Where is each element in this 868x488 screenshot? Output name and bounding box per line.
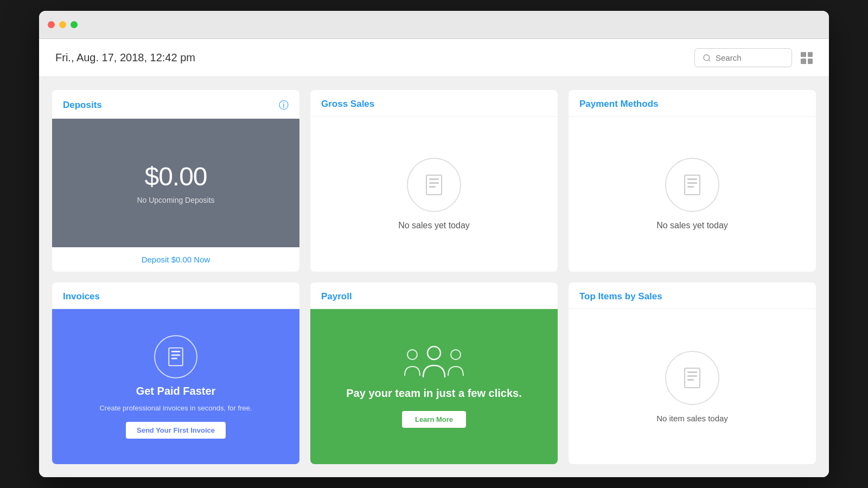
- svg-rect-6: [685, 175, 700, 195]
- payroll-team-icon: [401, 346, 467, 378]
- svg-rect-10: [169, 348, 182, 365]
- payroll-banner: Pay your team in just a few clicks. Lear…: [310, 309, 558, 464]
- svg-rect-19: [687, 375, 697, 377]
- search-input[interactable]: [716, 53, 784, 62]
- payroll-title: Payroll: [321, 291, 352, 301]
- svg-rect-18: [687, 371, 697, 373]
- gross-sales-empty-circle: [407, 158, 461, 212]
- top-items-header: Top Items by Sales: [569, 282, 816, 309]
- gross-sales-header: Gross Sales: [310, 90, 558, 117]
- search-box[interactable]: [694, 48, 792, 67]
- invoices-card: Invoices Get Paid Faster Create professi…: [52, 282, 299, 464]
- top-items-empty-text: No item sales today: [656, 414, 728, 423]
- payment-methods-header: Payment Methods: [569, 90, 816, 117]
- payment-methods-title: Payment Methods: [579, 99, 658, 109]
- svg-rect-17: [685, 368, 700, 388]
- payroll-banner-title: Pay your team in just a few clicks.: [346, 386, 521, 400]
- payment-methods-empty-state: No sales yet today: [569, 117, 816, 272]
- svg-rect-9: [687, 186, 694, 188]
- svg-point-14: [407, 350, 417, 359]
- document-icon: [680, 173, 704, 197]
- payment-methods-empty-circle: [665, 158, 719, 212]
- gross-sales-empty-state: No sales yet today: [310, 117, 558, 272]
- svg-rect-4: [429, 182, 439, 184]
- deposit-amount: $0.00: [144, 162, 207, 191]
- send-first-invoice-button[interactable]: Send Your First Invoice: [126, 422, 226, 439]
- invoices-title: Invoices: [63, 291, 100, 301]
- svg-point-0: [704, 55, 710, 61]
- gross-sales-empty-text: No sales yet today: [398, 221, 470, 230]
- info-icon[interactable]: ⓘ: [279, 99, 289, 112]
- invoices-banner-subtitle: Create professional invoices in seconds,…: [99, 404, 252, 412]
- grid-cell: [801, 59, 806, 64]
- titlebar: [39, 11, 829, 39]
- deposits-card-header: Deposits ⓘ: [52, 90, 299, 119]
- svg-rect-5: [429, 186, 436, 188]
- deposits-card: Deposits ⓘ $0.00 No Upcoming Deposits De…: [52, 90, 299, 272]
- top-bar-right: [694, 48, 813, 67]
- minimize-button[interactable]: [59, 21, 66, 28]
- payment-methods-card: Payment Methods No sales yet today: [569, 90, 816, 272]
- top-items-title: Top Items by Sales: [579, 291, 662, 301]
- svg-rect-7: [687, 178, 697, 180]
- payroll-card: Payroll Pay your team: [310, 282, 558, 464]
- top-items-body: No item sales today: [569, 309, 816, 464]
- svg-line-1: [709, 60, 710, 61]
- maximize-button[interactable]: [71, 21, 78, 28]
- grid-view-icon[interactable]: [801, 52, 813, 64]
- gross-sales-card: Gross Sales No sales yet today: [310, 90, 558, 272]
- invoices-header: Invoices: [52, 282, 299, 309]
- svg-rect-3: [429, 178, 439, 180]
- invoice-circle-icon: [154, 335, 197, 378]
- top-items-empty-circle: [665, 351, 719, 405]
- invoices-banner-title: Get Paid Faster: [136, 385, 216, 397]
- svg-rect-11: [171, 351, 180, 352]
- close-button[interactable]: [48, 21, 55, 28]
- svg-rect-8: [687, 182, 697, 184]
- payroll-learn-more-button[interactable]: Learn More: [402, 411, 466, 428]
- invoices-banner: Get Paid Faster Create professional invo…: [52, 309, 299, 464]
- payment-methods-empty-text: No sales yet today: [656, 221, 728, 230]
- gross-sales-title: Gross Sales: [321, 99, 374, 109]
- deposit-now-link[interactable]: Deposit $0.00 Now: [52, 247, 299, 272]
- grid-cell: [801, 52, 806, 57]
- search-icon: [703, 54, 711, 62]
- dashboard-grid: Deposits ⓘ $0.00 No Upcoming Deposits De…: [52, 90, 816, 464]
- svg-point-15: [451, 350, 461, 359]
- document-icon: [422, 173, 446, 197]
- svg-rect-20: [687, 379, 694, 381]
- deposits-title: Deposits: [63, 100, 102, 111]
- grid-cell: [808, 59, 813, 64]
- invoice-doc-icon: [165, 346, 187, 368]
- svg-rect-2: [426, 175, 442, 195]
- datetime-display: Fri., Aug. 17, 2018, 12:42 pm: [55, 52, 195, 64]
- main-content: Deposits ⓘ $0.00 No Upcoming Deposits De…: [39, 77, 829, 477]
- app-window: Fri., Aug. 17, 2018, 12:42 pm: [39, 11, 829, 477]
- top-items-card: Top Items by Sales No item sales today: [569, 282, 816, 464]
- svg-rect-13: [171, 357, 177, 359]
- grid-cell: [808, 52, 813, 57]
- traffic-lights: [48, 21, 78, 28]
- deposits-banner: $0.00 No Upcoming Deposits: [52, 119, 299, 247]
- svg-rect-12: [171, 354, 180, 356]
- payroll-header: Payroll: [310, 282, 558, 309]
- deposits-title-row: Deposits ⓘ: [63, 99, 289, 112]
- deposit-subtitle: No Upcoming Deposits: [137, 196, 214, 204]
- top-bar: Fri., Aug. 17, 2018, 12:42 pm: [39, 39, 829, 77]
- svg-point-16: [427, 346, 441, 359]
- document-icon: [680, 366, 704, 390]
